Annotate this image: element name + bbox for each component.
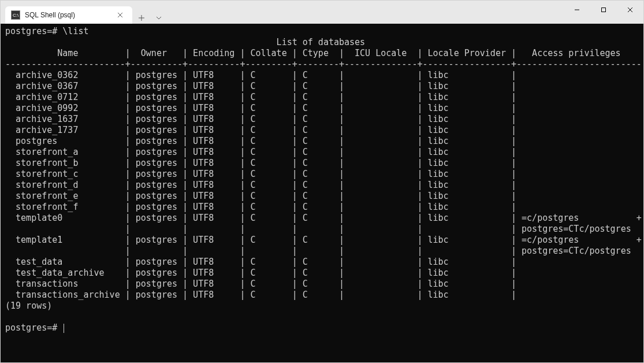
minimize-button[interactable]	[564, 1, 590, 19]
cmd-icon: C:\	[11, 10, 20, 20]
close-window-button[interactable]	[617, 1, 643, 19]
tab-psql[interactable]: C:\ SQL Shell (psql)	[5, 6, 132, 24]
tab-title: SQL Shell (psql)	[25, 11, 75, 19]
terminal-output[interactable]: postgres=# \list List of databases Name …	[1, 24, 643, 362]
close-tab-button[interactable]	[116, 11, 124, 19]
tab-actions	[132, 12, 168, 24]
window-controls	[564, 1, 643, 24]
app-window: C:\ SQL Shell (psql) post	[0, 0, 644, 363]
new-tab-button[interactable]	[136, 12, 147, 24]
maximize-button[interactable]	[590, 1, 617, 19]
tab-dropdown-button[interactable]	[153, 12, 165, 24]
svg-rect-0	[602, 8, 606, 12]
titlebar: C:\ SQL Shell (psql)	[1, 1, 643, 24]
terminal-cursor	[64, 324, 64, 333]
